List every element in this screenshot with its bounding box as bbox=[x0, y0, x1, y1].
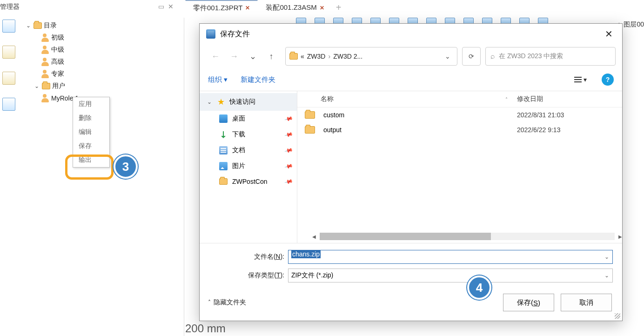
filename-value: chans.zip bbox=[291, 250, 321, 258]
scroll-right-icon[interactable]: ▶ bbox=[617, 233, 624, 240]
pin-icon[interactable]: 📌 bbox=[284, 130, 294, 139]
horizontal-scrollbar[interactable]: ◀ ▶ bbox=[320, 233, 615, 240]
tree-node-root[interactable]: ⌄ 目录 bbox=[22, 20, 184, 32]
help-button[interactable]: ? bbox=[602, 74, 614, 86]
pin-icon[interactable]: 📌 bbox=[284, 114, 294, 123]
tree-node-users[interactable]: ⌄ 用户 bbox=[22, 80, 184, 92]
view-mode-button[interactable]: ▾ bbox=[572, 73, 589, 86]
ctx-apply[interactable]: 应用 bbox=[73, 97, 109, 111]
breadcrumb[interactable]: « ZW3D › ZW3D 2... ⌄ bbox=[285, 47, 457, 66]
chevron-down-icon[interactable]: ⌄ bbox=[442, 53, 453, 60]
tree-label: 专家 bbox=[51, 70, 64, 78]
hide-folders-label: 隐藏文件夹 bbox=[214, 298, 246, 307]
file-name: custom bbox=[321, 111, 511, 119]
hide-folders-toggle[interactable]: ˄ 隐藏文件夹 bbox=[208, 298, 246, 307]
strip-icon[interactable] bbox=[2, 20, 15, 33]
filename-input[interactable]: chans.zip bbox=[288, 250, 613, 264]
chevron-down-icon: ▾ bbox=[584, 76, 587, 83]
breadcrumb-seg[interactable]: ZW3D 2... bbox=[333, 53, 362, 60]
chevron-down-icon: ▾ bbox=[224, 75, 228, 84]
filetype-select[interactable]: ZIP文件 (*.zip) bbox=[288, 269, 613, 282]
chevron-down-icon[interactable]: ⌄ bbox=[207, 99, 213, 105]
tree-node-level[interactable]: 专家 bbox=[22, 68, 184, 80]
file-date: 2022/6/22 9:13 bbox=[517, 126, 615, 134]
nav-up-button[interactable]: ↑ bbox=[262, 48, 281, 65]
column-header-date[interactable]: 修改日期 bbox=[517, 95, 615, 103]
chevron-down-icon[interactable]: ⌄ bbox=[34, 83, 40, 89]
folder-icon bbox=[289, 53, 298, 60]
column-header-name[interactable]: 名称 ˄ bbox=[305, 95, 517, 103]
strip-icon[interactable] bbox=[2, 72, 15, 85]
pin-icon[interactable]: 📌 bbox=[284, 146, 294, 155]
sidebar-pictures[interactable]: 图片 📌 bbox=[200, 158, 297, 174]
sidebar-documents[interactable]: 文档 📌 bbox=[200, 142, 297, 158]
tab-part001[interactable]: 零件001.Z3PRT ✕ bbox=[185, 0, 258, 15]
document-icon bbox=[219, 146, 228, 155]
sidebar-item-label: 文档 bbox=[232, 146, 281, 155]
download-icon bbox=[219, 130, 228, 139]
filename-label: 文件名(N): bbox=[209, 253, 288, 261]
chevron-down-icon[interactable]: ⌄ bbox=[604, 272, 609, 279]
tree-label: 中级 bbox=[51, 46, 64, 54]
sidebar-downloads[interactable]: 下载 📌 bbox=[200, 127, 297, 142]
tab-label: 零件001.Z3PRT bbox=[193, 4, 242, 13]
search-input[interactable]: ⌕ 在 ZW3D 2023 中搜索 bbox=[485, 47, 616, 66]
dialog-toolbar: 组织▾ 新建文件夹 ▾ ? bbox=[200, 71, 622, 91]
dialog-sidebar: ⌄ ★ 快速访问 桌面 📌 下载 📌 文档 📌 图片 bbox=[200, 91, 297, 243]
sidebar-zwpostcon[interactable]: ZWPostCon 📌 bbox=[200, 174, 297, 189]
file-row[interactable]: custom 2022/8/31 21:03 bbox=[297, 108, 622, 122]
manager-tree-panel: ⌄ 目录 初级 中级 高级 专家 ⌄ 用户 MyRole 1 bbox=[20, 18, 184, 336]
chevron-down-icon[interactable]: ⌄ bbox=[25, 22, 32, 29]
resize-grip[interactable] bbox=[615, 313, 620, 319]
user-icon bbox=[41, 58, 49, 66]
close-icon[interactable]: ✕ bbox=[602, 28, 616, 40]
tree-node-level[interactable]: 初级 bbox=[22, 32, 184, 44]
sidebar-desktop[interactable]: 桌面 📌 bbox=[200, 111, 297, 127]
cancel-button[interactable]: 取消 bbox=[561, 294, 612, 311]
filetype-value: ZIP文件 (*.zip) bbox=[291, 271, 333, 280]
tree-node-level[interactable]: 高级 bbox=[22, 56, 184, 68]
refresh-button[interactable]: ⟳ bbox=[462, 47, 481, 66]
tab-assembly001[interactable]: 装配001.Z3ASM ✕ bbox=[258, 0, 332, 15]
breadcrumb-prefix: « bbox=[301, 53, 304, 60]
pin-icon[interactable]: 📌 bbox=[284, 161, 294, 171]
ctx-save[interactable]: 保存 bbox=[73, 139, 109, 153]
chevron-down-icon[interactable]: ⌄ bbox=[604, 254, 609, 260]
folder-icon bbox=[219, 178, 228, 185]
dialog-footer: ˄ 隐藏文件夹 保存(S) 取消 bbox=[200, 284, 622, 321]
tree-node-level[interactable]: 中级 bbox=[22, 44, 184, 56]
ctx-export[interactable]: 输出 bbox=[73, 153, 109, 167]
panel-close-icon[interactable]: ✕ bbox=[168, 3, 174, 10]
ctx-delete[interactable]: 删除 bbox=[73, 111, 109, 125]
user-icon bbox=[41, 34, 49, 42]
sidebar-quick-access[interactable]: ⌄ ★ 快速访问 bbox=[200, 93, 297, 111]
context-menu: 应用 删除 编辑 保存 输出 bbox=[73, 97, 110, 168]
tab-label: 装配001.Z3ASM bbox=[266, 3, 316, 12]
strip-icon[interactable] bbox=[2, 98, 15, 111]
close-icon[interactable]: ✕ bbox=[320, 5, 324, 11]
panel-min-icon[interactable]: ▭ bbox=[158, 3, 164, 10]
file-row[interactable]: output 2022/6/22 9:13 bbox=[297, 122, 622, 137]
save-button[interactable]: 保存(S) bbox=[503, 294, 554, 311]
breadcrumb-seg[interactable]: ZW3D bbox=[307, 53, 326, 60]
sort-indicator-icon: ˄ bbox=[505, 97, 508, 102]
close-icon[interactable]: ✕ bbox=[245, 5, 250, 11]
scrollbar-thumb[interactable] bbox=[320, 233, 491, 240]
nav-back-button[interactable]: ← bbox=[206, 48, 225, 65]
pin-icon[interactable]: 📌 bbox=[284, 177, 294, 186]
strip-icon[interactable] bbox=[2, 46, 15, 59]
dialog-nav-bar: ← → ⌄ ↑ « ZW3D › ZW3D 2... ⌄ ⟳ ⌕ 在 ZW3D … bbox=[200, 44, 622, 71]
new-tab-button[interactable]: + bbox=[332, 2, 345, 13]
organize-button[interactable]: 组织▾ bbox=[208, 75, 228, 84]
folder-icon bbox=[34, 22, 42, 29]
search-icon: ⌕ bbox=[490, 52, 495, 60]
search-placeholder: 在 ZW3D 2023 中搜索 bbox=[499, 52, 563, 60]
nav-forward-button[interactable]: → bbox=[225, 48, 243, 65]
scroll-left-icon[interactable]: ◀ bbox=[310, 233, 318, 240]
nav-recent-dropdown[interactable]: ⌄ bbox=[243, 48, 262, 65]
ctx-edit[interactable]: 编辑 bbox=[73, 125, 109, 139]
sidebar-item-label: 下载 bbox=[232, 130, 281, 139]
user-icon bbox=[41, 70, 49, 78]
user-icon bbox=[41, 46, 49, 54]
new-folder-button[interactable]: 新建文件夹 bbox=[241, 75, 275, 84]
